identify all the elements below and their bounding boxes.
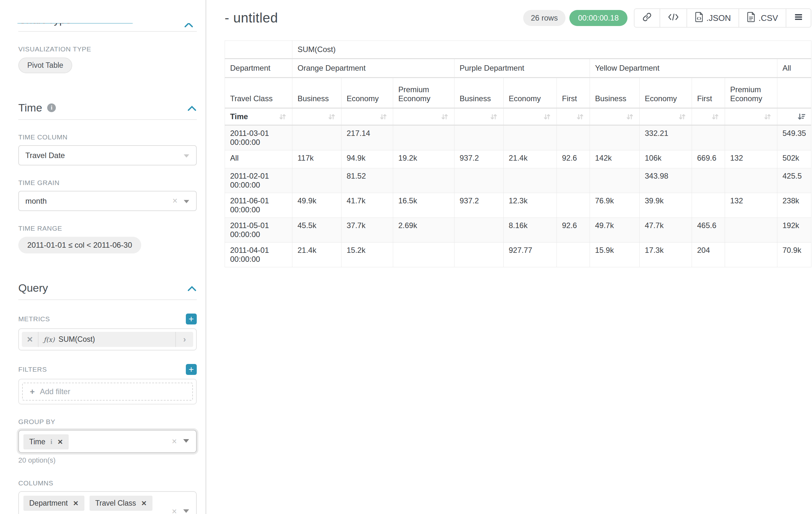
columns-label: COLUMNS bbox=[18, 479, 197, 487]
control-panel-header bbox=[0, 0, 205, 23]
columns-select[interactable]: Department ✕ Travel Class ✕ × bbox=[18, 491, 197, 514]
remove-chip-icon[interactable]: ✕ bbox=[73, 499, 79, 507]
chevron-right-icon[interactable]: › bbox=[176, 332, 193, 347]
groupby-chip-time[interactable]: Time i ✕ bbox=[23, 434, 69, 450]
sort-icon[interactable] bbox=[440, 112, 449, 121]
sort-column-cell[interactable] bbox=[692, 108, 725, 125]
time-section-heading: Time i bbox=[18, 102, 197, 114]
remove-chip-icon[interactable]: ✕ bbox=[141, 499, 147, 507]
sort-column-cell[interactable] bbox=[292, 108, 342, 125]
clear-icon[interactable]: × bbox=[172, 507, 177, 514]
pivot-value-cell: 106k bbox=[640, 150, 692, 168]
sort-desc-active-icon[interactable] bbox=[797, 112, 806, 121]
menu-button[interactable] bbox=[786, 9, 811, 27]
remove-metric-icon[interactable]: ✕ bbox=[22, 332, 38, 347]
row-header-cell: 2011-05-01 00:00:00 bbox=[225, 218, 292, 243]
sort-icon[interactable] bbox=[327, 112, 336, 121]
columns-chip-travel-class[interactable]: Travel Class ✕ bbox=[90, 496, 153, 511]
sort-column-cell[interactable] bbox=[455, 108, 503, 125]
visualization-type-chip[interactable]: Pivot Table bbox=[18, 57, 72, 73]
row-count-badge: 26 rows bbox=[523, 10, 566, 26]
sort-column-cell[interactable] bbox=[503, 108, 557, 125]
query-timer-badge: 00:00:00.18 bbox=[569, 10, 628, 26]
pivot-value-cell bbox=[725, 243, 777, 267]
sort-icon[interactable] bbox=[763, 112, 772, 121]
travel-class-cell: Economy bbox=[342, 78, 393, 108]
share-link-button[interactable] bbox=[635, 9, 660, 27]
pivot-value-cell: 21.4k bbox=[503, 150, 557, 168]
export-csv-button[interactable]: .CSV bbox=[738, 9, 786, 27]
pivot-value-cell bbox=[557, 125, 590, 150]
pivot-value-cell bbox=[692, 125, 725, 150]
travel-class-cell: Premium Economy bbox=[725, 78, 777, 108]
time-grain-value: month bbox=[25, 197, 172, 206]
travel-class-cell: Business bbox=[455, 78, 503, 108]
link-icon bbox=[642, 12, 652, 24]
sort-column-cell[interactable] bbox=[725, 108, 777, 125]
sort-icon[interactable] bbox=[379, 112, 388, 121]
groupby-select[interactable]: Time i ✕ × bbox=[18, 430, 197, 453]
page-title[interactable]: - untitled bbox=[225, 10, 278, 26]
metrics-label: METRICS + bbox=[18, 314, 197, 324]
chevron-down-icon bbox=[183, 438, 190, 444]
clear-icon[interactable]: × bbox=[172, 437, 177, 447]
time-grain-select[interactable]: month × bbox=[18, 191, 197, 211]
pivot-value-cell: 142k bbox=[590, 150, 640, 168]
sort-column-cell[interactable] bbox=[777, 108, 811, 125]
pivot-value-cell: 45.5k bbox=[292, 218, 342, 243]
travel-class-cell: Business bbox=[292, 78, 342, 108]
travel-class-cell: First bbox=[692, 78, 725, 108]
time-column-value: Travel Date bbox=[25, 151, 183, 160]
chevron-down-icon bbox=[183, 509, 190, 514]
section-divider bbox=[18, 299, 197, 300]
pivot-value-cell: 17.3k bbox=[640, 243, 692, 267]
add-filter-button[interactable]: + Add filter bbox=[22, 383, 193, 401]
sort-column-cell[interactable] bbox=[640, 108, 692, 125]
sort-column-cell[interactable] bbox=[557, 108, 590, 125]
time-range-chip[interactable]: 2011-01-01 ≤ col < 2011-06-30 bbox=[18, 237, 141, 253]
add-filter-plus-button[interactable]: + bbox=[186, 364, 197, 375]
section-divider bbox=[18, 31, 197, 32]
pivot-value-cell: 937.2 bbox=[455, 193, 503, 218]
department-group-cell: All bbox=[777, 59, 811, 78]
export-json-button[interactable]: .JSON bbox=[687, 9, 739, 27]
pivot-row: 2011-03-01 00:00:00217.14332.21549.35 bbox=[225, 125, 811, 150]
sort-icon[interactable] bbox=[711, 112, 720, 121]
sort-column-cell[interactable] bbox=[590, 108, 640, 125]
chevron-down-icon bbox=[183, 151, 190, 160]
export-json-label: .JSON bbox=[706, 13, 731, 23]
function-icon: ƒ(x) bbox=[44, 336, 55, 344]
add-metric-button[interactable]: + bbox=[186, 314, 197, 324]
control-panel-scroll[interactable]: Chart Type VISUALIZATION TYPE Pivot Tabl… bbox=[0, 13, 205, 514]
clear-icon[interactable]: × bbox=[172, 196, 177, 206]
sort-icon[interactable] bbox=[543, 112, 551, 121]
sort-column-cell[interactable] bbox=[393, 108, 455, 125]
info-icon[interactable]: i bbox=[47, 104, 56, 112]
chevron-up-icon[interactable] bbox=[187, 282, 197, 294]
pivot-row: 2011-02-01 00:00:0081.52343.98425.5 bbox=[225, 168, 811, 193]
info-icon[interactable]: i bbox=[50, 438, 52, 445]
pivot-value-cell: 49.9k bbox=[292, 193, 342, 218]
columns-chip-department[interactable]: Department ✕ bbox=[23, 496, 84, 511]
remove-chip-icon[interactable]: ✕ bbox=[57, 438, 63, 446]
sort-icon[interactable] bbox=[576, 112, 584, 121]
sort-time-cell[interactable]: Time bbox=[225, 108, 292, 125]
control-panel: RUN SAVE Chart Type VISUALIZATION TYPE P… bbox=[0, 0, 206, 514]
pivot-value-cell bbox=[557, 243, 590, 267]
pivot-table-container: SUM(Cost)DepartmentOrange DepartmentPurp… bbox=[225, 40, 812, 267]
pivot-value-cell: 549.35 bbox=[777, 125, 811, 150]
pivot-value-cell: 937.2 bbox=[455, 150, 503, 168]
sort-icon[interactable] bbox=[626, 112, 634, 121]
sort-icon[interactable] bbox=[278, 112, 287, 121]
time-column-select[interactable]: Travel Date bbox=[18, 145, 197, 165]
pivot-value-cell: 132 bbox=[725, 193, 777, 218]
chevron-up-icon[interactable] bbox=[187, 102, 197, 114]
metric-pill[interactable]: ✕ ƒ(x) SUM(Cost) › bbox=[22, 332, 193, 347]
pivot-value-cell: 16.5k bbox=[393, 193, 455, 218]
sort-icon[interactable] bbox=[489, 112, 498, 121]
view-query-button[interactable] bbox=[660, 9, 687, 27]
pivot-value-cell bbox=[292, 168, 342, 193]
pivot-value-cell bbox=[455, 243, 503, 267]
sort-column-cell[interactable] bbox=[342, 108, 393, 125]
sort-icon[interactable] bbox=[678, 112, 687, 121]
